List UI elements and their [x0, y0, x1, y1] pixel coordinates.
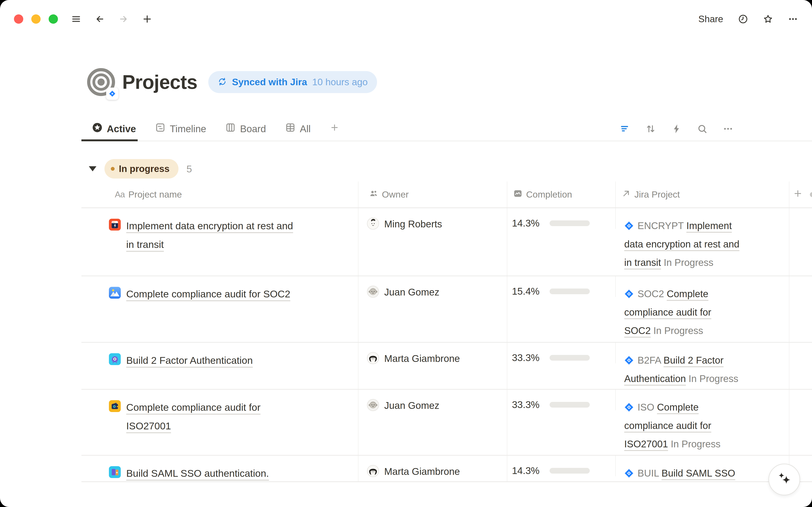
owner-name: Juan Gomez	[384, 286, 439, 299]
completion-cell[interactable]: 33.3%	[507, 390, 616, 410]
sync-label: Synced with Jira	[232, 76, 307, 88]
jira-key: SOC2	[637, 288, 664, 299]
jira-link[interactable]: Implement	[686, 220, 732, 231]
column-header-completion[interactable]: Completion	[507, 181, 616, 208]
project-name-cell[interactable]: Build SAML SSO authentication.	[81, 456, 359, 482]
project-name-cell[interactable]: Complete compliance audit for ISO27001	[81, 390, 359, 455]
jira-link[interactable]: SOC2	[624, 325, 651, 336]
board-icon	[225, 122, 236, 135]
owner-cell[interactable]: Ming Roberts	[359, 208, 507, 276]
jira-status: In Progress	[664, 257, 713, 268]
project-name-cell[interactable]: Implement data encryption at rest and in…	[81, 208, 359, 276]
tab-timeline[interactable]: Timeline	[155, 117, 206, 140]
page-title[interactable]: Projects	[122, 71, 197, 93]
jira-project-cell[interactable]: SOC2 Completecompliance audit forSOC2 In…	[616, 276, 789, 342]
table-row[interactable]: Build 2 Factor Authentication Marta Giam…	[81, 343, 812, 390]
star-circle-icon	[92, 122, 103, 135]
jira-project-cell[interactable]: ISO Completecompliance audit forISO27001…	[616, 390, 789, 455]
project-name-link[interactable]: Build SAML SSO authentication.	[126, 464, 269, 482]
owner-cell[interactable]: Marta Giambrone	[359, 343, 507, 389]
completion-cell[interactable]: 15.4%	[507, 276, 616, 297]
view-tabs-bar: Active Timeline Board All	[81, 117, 812, 141]
owner-name: Juan Gomez	[384, 399, 439, 412]
jira-link[interactable]: Authentication	[624, 373, 686, 384]
clock-icon[interactable]	[738, 14, 748, 24]
table-row[interactable]: Complete compliance audit for SOC2 Juan …	[81, 276, 812, 343]
jira-sync-pill[interactable]: Synced with Jira 10 hours ago	[208, 71, 377, 93]
plus-icon	[330, 123, 339, 135]
completion-cell[interactable]: 14.3%	[507, 456, 616, 476]
jira-link[interactable]: compliance audit for	[624, 307, 711, 318]
owner-cell[interactable]: Juan Gomez	[359, 390, 507, 455]
chart-icon	[513, 189, 522, 200]
completion-percent: 33.3%	[512, 352, 547, 363]
tab-active[interactable]: Active	[92, 117, 136, 140]
project-icon	[109, 466, 121, 478]
zap-icon[interactable]	[671, 123, 682, 134]
search-icon[interactable]	[697, 123, 707, 134]
jira-link[interactable]: Complete	[657, 402, 699, 413]
window-controls	[14, 14, 58, 24]
avatar	[367, 286, 379, 298]
tab-board[interactable]: Board	[225, 117, 266, 140]
project-name-cell[interactable]: Complete compliance audit for SOC2	[81, 276, 359, 342]
tab-all[interactable]: All	[285, 117, 311, 140]
completion-percent: 14.3%	[512, 217, 547, 229]
jira-diamond-icon	[624, 221, 634, 231]
add-view-button[interactable]	[330, 117, 339, 140]
more-icon[interactable]	[723, 123, 733, 134]
app-window: Share Projects Synced with Jira 10 hours…	[0, 0, 812, 507]
jira-link[interactable]: compliance audit for	[624, 420, 711, 431]
close-window-button[interactable]	[14, 14, 23, 24]
jira-link[interactable]: data encryption at rest and	[624, 239, 740, 249]
new-tab-plus-icon[interactable]	[142, 14, 152, 24]
empty-cell	[789, 276, 812, 342]
forward-arrow-icon[interactable]	[118, 14, 129, 24]
star-icon[interactable]	[763, 14, 773, 24]
project-name-link[interactable]: Build 2 Factor Authentication	[126, 351, 253, 370]
jira-link[interactable]: ISO27001	[624, 439, 668, 449]
completion-cell[interactable]: 14.3%	[507, 208, 616, 229]
completion-percent: 33.3%	[512, 399, 547, 410]
project-name-cell[interactable]: Build 2 Factor Authentication	[81, 343, 359, 389]
column-header-jira-project[interactable]: Jira Project	[616, 181, 789, 208]
owner-cell[interactable]: Juan Gomez	[359, 276, 507, 342]
column-header-owner[interactable]: Owner	[359, 181, 507, 208]
page-icon-target[interactable]	[87, 68, 115, 96]
jira-badge-icon	[106, 88, 118, 100]
project-name-link[interactable]: Complete compliance audit for ISO27001	[126, 398, 260, 435]
project-icon	[109, 400, 121, 412]
zoom-window-button[interactable]	[49, 14, 58, 24]
window-toolbar: Share	[0, 0, 812, 38]
completion-cell[interactable]: 33.3%	[507, 343, 616, 363]
jira-link[interactable]: Build SAML SSO	[662, 468, 735, 478]
jira-link[interactable]: in transit	[624, 257, 661, 268]
minimize-window-button[interactable]	[31, 14, 41, 24]
owner-name: Marta Giambrone	[384, 352, 460, 365]
project-name-link[interactable]: Implement data encryption at rest and in…	[126, 217, 293, 254]
collapse-triangle-icon[interactable]	[89, 166, 97, 171]
projects-table: Aa Project name Owner Completion Jira Pr…	[81, 181, 812, 482]
back-arrow-icon[interactable]	[95, 14, 105, 24]
owner-cell[interactable]: Marta Giambrone	[359, 456, 507, 482]
table-row[interactable]: Implement data encryption at rest and in…	[81, 208, 812, 276]
group-status-pill[interactable]: In progress	[105, 159, 179, 178]
filter-icon[interactable]	[620, 123, 630, 134]
table-row[interactable]: Complete compliance audit for ISO27001 J…	[81, 390, 812, 456]
add-column-button[interactable]	[789, 181, 812, 208]
jira-project-cell[interactable]: ENCRYPT Implementdata encryption at rest…	[616, 208, 789, 276]
column-header-project-name[interactable]: Aa Project name	[81, 181, 359, 208]
more-icon[interactable]	[788, 14, 798, 24]
hamburger-icon[interactable]	[71, 14, 81, 24]
ai-assistant-button[interactable]	[768, 464, 800, 495]
jira-project-cell[interactable]: BUIL Build SAML SSOauthentication. In Pr…	[616, 456, 789, 482]
share-button[interactable]: Share	[698, 14, 723, 24]
table-header: Aa Project name Owner Completion Jira Pr…	[81, 181, 812, 208]
project-name-link[interactable]: Complete compliance audit for SOC2	[126, 285, 290, 303]
jira-link[interactable]: Complete	[667, 288, 708, 299]
table-icon	[285, 122, 296, 135]
sort-icon[interactable]	[645, 123, 656, 134]
table-row[interactable]: Build SAML SSO authentication. Marta Gia…	[81, 456, 812, 482]
jira-project-cell[interactable]: B2FA Build 2 FactorAuthentication In Pro…	[616, 343, 789, 389]
jira-link[interactable]: Build 2 Factor	[664, 355, 724, 366]
